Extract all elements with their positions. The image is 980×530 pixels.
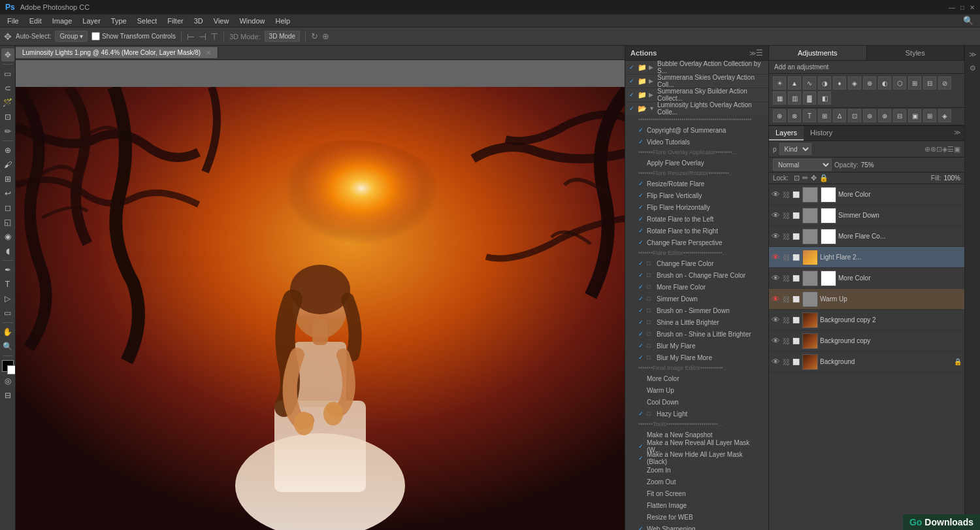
action-hide-mask[interactable]: ✓ Make a New Hide All Layer Mask (Black) — [625, 452, 768, 464]
action-resize-web[interactable]: ✓ Resize for WEB — [625, 511, 768, 523]
menu-window[interactable]: Window — [235, 16, 269, 26]
action-flip-h[interactable]: ✓ Flip Flare Horizontally — [625, 201, 768, 213]
adj-selective[interactable]: ◧ — [818, 91, 831, 105]
action-copyright[interactable]: ✓ Copyright@ of Summerana — [625, 124, 768, 136]
adj-icon-r7[interactable]: ⊛ — [863, 109, 876, 122]
menu-edit[interactable]: Edit — [25, 16, 46, 26]
vis-icon-8[interactable]: 👁 — [772, 336, 781, 346]
far-right-gear[interactable]: ⚙ — [967, 62, 979, 74]
layers-expand-btn[interactable]: ≫ — [950, 126, 964, 141]
move-tool[interactable]: ✥ — [1, 48, 14, 61]
vis-icon-4[interactable]: 👁 — [772, 252, 781, 262]
tab-adjustments[interactable]: Adjustments — [769, 46, 867, 60]
blend-mode-select[interactable]: Normal — [773, 159, 832, 171]
layer-more-flare[interactable]: 👁 ⛓ ⬜ More Flare Co... — [769, 226, 964, 247]
adj-gradient[interactable]: ▓ — [803, 91, 816, 105]
action-flip-v[interactable]: ✓ Flip Flare Vertically — [625, 190, 768, 201]
lock-image[interactable]: ✏ — [802, 174, 808, 182]
vis-icon-9[interactable]: 👁 — [772, 357, 781, 367]
action-group-header-4[interactable]: ✓ 📂 ▼ Luminosity Lights Overlay Action C… — [625, 102, 768, 115]
action-zoom-out[interactable]: ✓ Zoom Out — [625, 476, 768, 488]
collapse-right-btn[interactable]: ≫ — [967, 48, 979, 60]
adj-icon-r11[interactable]: ⊞ — [923, 109, 936, 122]
layer-light-flare[interactable]: 👁 ⛓ ⬜ Light Flare 2... — [769, 247, 964, 268]
adj-icon-r4[interactable]: ⊞ — [818, 109, 831, 122]
action-blur-flare-more[interactable]: ✓ □ Blur My Flare More — [625, 352, 768, 363]
menu-layer[interactable]: Layer — [78, 16, 105, 26]
path-select-tool[interactable]: ▷ — [1, 292, 14, 305]
transform-checkbox[interactable] — [91, 32, 100, 41]
actions-menu-btn[interactable]: ☰ — [756, 48, 763, 58]
layer-background[interactable]: 👁 ⛓ ⬜ Background 🔒 — [769, 352, 964, 373]
gradient-tool[interactable]: ◱ — [1, 216, 14, 229]
dodge-tool[interactable]: ◖ — [1, 244, 14, 257]
quick-mask-tool[interactable]: ◎ — [1, 374, 14, 388]
adj-icon-r3[interactable]: T — [803, 109, 816, 122]
adj-vibrance[interactable]: ♦ — [833, 76, 846, 90]
show-transform-cb[interactable]: Show Transform Controls — [91, 32, 176, 41]
adj-invert[interactable]: ⊘ — [938, 76, 951, 90]
adj-hsl[interactable]: ◈ — [848, 76, 861, 90]
action-apply-flare[interactable]: ✓ Apply Flare Overlay — [625, 157, 768, 169]
action-video[interactable]: ✓ Video Tutorials — [625, 136, 768, 148]
adj-icon-r1[interactable]: ⊕ — [773, 109, 786, 122]
action-rotate-right[interactable]: ✓ Rotate Flare to the Right — [625, 225, 768, 237]
win-maximize[interactable]: □ — [960, 4, 964, 11]
adj-icon-r9[interactable]: ⊟ — [893, 109, 906, 122]
zoom-tool[interactable]: 🔍 — [1, 340, 14, 353]
layer-more-color-1[interactable]: 👁 ⛓ ⬜ More Color — [769, 184, 964, 205]
vis-icon-2[interactable]: 👁 — [772, 210, 781, 220]
adj-icon-r12[interactable]: ◈ — [938, 109, 951, 122]
adj-icon-r6[interactable]: ⊡ — [848, 109, 861, 122]
adj-exposure[interactable]: ◑ — [818, 76, 831, 90]
actions-expand-btn[interactable]: ≫ — [749, 50, 756, 57]
brush-tool[interactable]: 🖌 — [1, 158, 14, 171]
menu-type[interactable]: Type — [106, 16, 131, 26]
adj-colorbalance[interactable]: ⊕ — [863, 76, 876, 90]
action-more-color[interactable]: ✓ More Color — [625, 373, 768, 384]
layer-bg-copy[interactable]: 👁 ⛓ ⬜ Background copy — [769, 331, 964, 352]
menu-select[interactable]: Select — [133, 16, 162, 26]
adj-icon-r10[interactable]: ▣ — [908, 109, 921, 122]
foreground-color[interactable] — [2, 360, 14, 372]
adj-colorlookup[interactable]: ⊟ — [923, 76, 936, 90]
adj-icon-r2[interactable]: ⊗ — [788, 109, 801, 122]
tab-history[interactable]: History — [804, 126, 839, 141]
action-web-sharpen[interactable]: ✓ Web Sharpening — [625, 523, 768, 530]
doc-tab-active[interactable]: Luminosity Lights 1.png @ 46.4% (More Co… — [16, 47, 218, 58]
action-group-header-1[interactable]: ✓ 📁 ▶ Bubble Overlay Action Collection b… — [625, 61, 768, 74]
adj-bw[interactable]: ◐ — [878, 76, 891, 90]
vis-icon-7[interactable]: 👁 — [772, 315, 781, 325]
menu-image[interactable]: Image — [48, 16, 77, 26]
auto-select-group[interactable]: Group ▾ — [55, 31, 88, 42]
quick-select-tool[interactable]: 🪄 — [1, 96, 14, 109]
align-icon-2[interactable]: ⊣ — [199, 31, 206, 42]
menu-help[interactable]: Help — [271, 16, 295, 26]
shape-tool[interactable]: ▭ — [1, 306, 14, 320]
vis-icon-5[interactable]: 👁 — [772, 273, 781, 283]
align-icon-3[interactable]: ⊤ — [210, 31, 218, 42]
align-icon-1[interactable]: ⊢ — [187, 31, 195, 42]
action-change-color[interactable]: ✓ □ Change Flare Color — [625, 257, 768, 269]
action-warm-up[interactable]: ✓ Warm Up — [625, 384, 768, 396]
action-shine[interactable]: ✓ □ Shine a Little Brighter — [625, 316, 768, 328]
action-cool-down[interactable]: ✓ Cool Down — [625, 396, 768, 408]
win-minimize[interactable]: — — [949, 4, 955, 11]
crop-tool[interactable]: ⊡ — [1, 110, 14, 124]
action-brush-simmer[interactable]: ✓ □ Brush on - Simmer Down — [625, 305, 768, 316]
adj-photofilter[interactable]: ⬡ — [893, 76, 906, 90]
pen-tool[interactable]: ✒ — [1, 263, 14, 276]
history-brush-tool[interactable]: ↩ — [1, 187, 14, 200]
lasso-tool[interactable]: ⊂ — [1, 82, 14, 95]
adj-levels[interactable]: ▲ — [788, 76, 801, 90]
blur-tool[interactable]: ◉ — [1, 230, 14, 243]
action-rotate-left[interactable]: ✓ Rotate Flare to the Left — [625, 213, 768, 225]
zoom-icon[interactable]: ⊕ — [322, 31, 329, 41]
type-tool[interactable]: T — [1, 278, 14, 291]
lock-position[interactable]: ✥ — [811, 174, 817, 182]
action-resize-rotate[interactable]: ✓ Resize/Rotate Flare — [625, 178, 768, 190]
action-hazy-light[interactable]: ✓ □ Hazy Light — [625, 408, 768, 420]
search-icon[interactable]: 🔍 — [959, 16, 977, 25]
stamp-tool[interactable]: ⊞ — [1, 173, 14, 186]
layer-more-color-2[interactable]: 👁 ⛓ ⬜ More Color — [769, 268, 964, 289]
